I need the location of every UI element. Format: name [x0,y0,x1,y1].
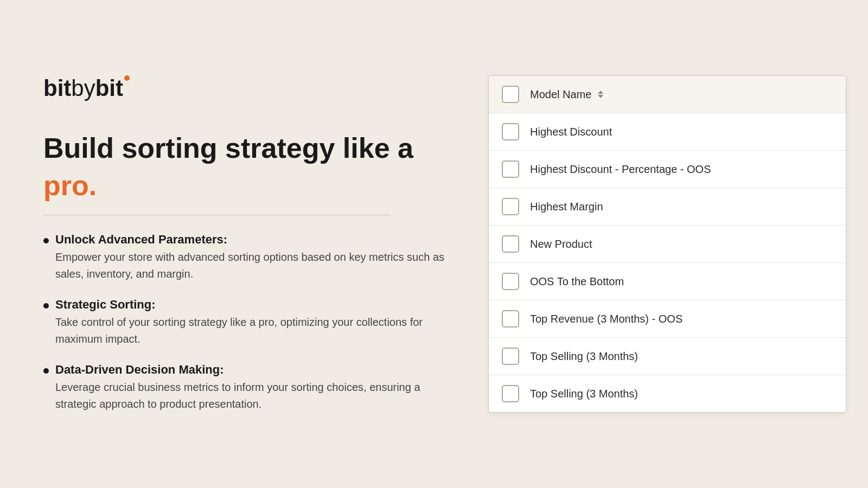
logo: bitbybit [43,75,456,100]
logo-middle: by [71,75,95,101]
item-label-0: Highest Discount [530,126,612,138]
feature-desc-1: Empower your store with advanced sorting… [55,249,456,282]
dropdown-item-2[interactable]: Highest Margin [489,188,846,226]
sort-up-icon [598,91,603,94]
header-checkbox[interactable] [502,86,519,103]
right-panel: Model Name Highest Discount Highest Disc… [488,75,846,413]
feature-list: Unlock Advanced Parameters: Empower your… [43,233,456,413]
feature-title-3: Data-Driven Decision Making: [55,363,224,376]
dropdown-item-7[interactable]: Top Selling (3 Months) [489,375,846,412]
feature-item-2: Strategic Sorting: Take control of your … [43,298,456,348]
bullet-dot-3 [43,368,49,374]
headline-block: Build sorting strategy like a pro. [43,132,456,202]
headline-line2: pro. [43,169,456,202]
logo-text: bitbybit [43,75,130,100]
page-wrapper: bitbybit Build sorting strategy like a p… [0,0,868,488]
item-label-4: OOS To the Bottom [530,275,624,288]
dropdown-item-3[interactable]: New Product [489,226,846,263]
bullet-dot-1 [43,238,49,243]
feature-desc-2: Take control of your sorting strategy li… [55,314,456,348]
item-label-3: New Product [530,238,592,251]
checkbox-2[interactable] [502,198,519,215]
checkbox-5[interactable] [502,310,519,328]
item-label-6: Top Selling (3 Months) [530,350,638,363]
logo-dot [124,75,130,81]
dropdown-header-row[interactable]: Model Name [489,76,846,113]
checkbox-7[interactable] [502,385,519,402]
item-label-5: Top Revenue (3 Months) - OOS [530,313,682,325]
feature-title-2: Strategic Sorting: [55,298,156,311]
dropdown-container: Model Name Highest Discount Highest Disc… [488,75,846,413]
checkbox-6[interactable] [502,348,519,365]
headline-line1: Build sorting strategy like a [43,132,456,165]
dropdown-item-4[interactable]: OOS To the Bottom [489,263,846,300]
feature-desc-3: Leverage crucial business metrics to inf… [55,379,456,413]
item-label-2: Highest Margin [530,201,603,213]
feature-item-3: Data-Driven Decision Making: Leverage cr… [43,363,456,413]
headline-divider [43,215,391,215]
item-label-1: Highest Discount - Percentage - OOS [530,163,711,176]
logo-prefix: bit [43,75,71,101]
left-panel: bitbybit Build sorting strategy like a p… [43,75,488,413]
feature-title-1: Unlock Advanced Parameters: [55,233,227,246]
header-label-text: Model Name [530,88,591,101]
dropdown-item-5[interactable]: Top Revenue (3 Months) - OOS [489,300,846,338]
sort-down-icon [598,95,603,98]
checkbox-4[interactable] [502,273,519,290]
sort-icon [598,91,603,98]
logo-suffix: bit [95,75,123,101]
item-label-7: Top Selling (3 Months) [530,388,638,400]
checkbox-1[interactable] [502,160,519,178]
feature-content-3: Data-Driven Decision Making: Leverage cr… [55,363,456,413]
dropdown-item-0[interactable]: Highest Discount [489,113,846,151]
dropdown-item-1[interactable]: Highest Discount - Percentage - OOS [489,151,846,188]
header-label: Model Name [530,88,603,101]
feature-content-2: Strategic Sorting: Take control of your … [55,298,456,348]
feature-content-1: Unlock Advanced Parameters: Empower your… [55,233,456,282]
checkbox-0[interactable] [502,123,519,140]
bullet-dot-2 [43,303,49,309]
dropdown-item-6[interactable]: Top Selling (3 Months) [489,338,846,375]
feature-item-1: Unlock Advanced Parameters: Empower your… [43,233,456,282]
checkbox-3[interactable] [502,235,519,253]
